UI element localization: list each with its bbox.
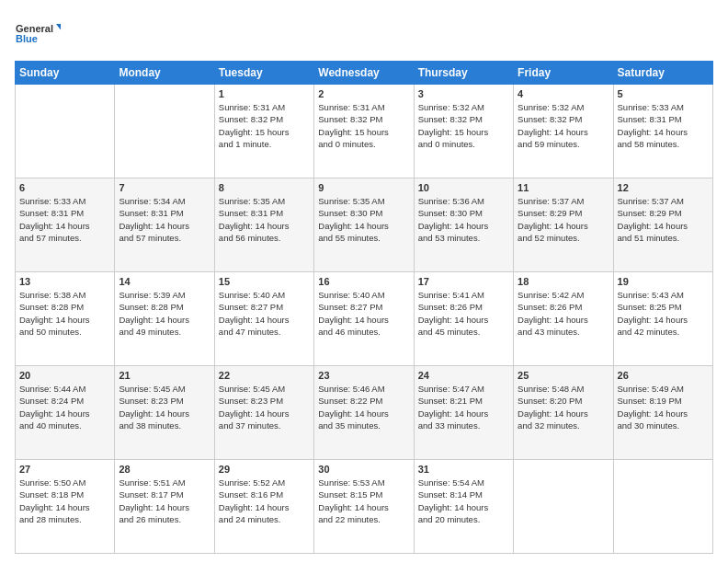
day-cell-11: 11Sunrise: 5:37 AM Sunset: 8:29 PM Dayli… [514,178,613,272]
day-number-3: 3 [418,88,509,99]
day-info-25: Sunrise: 5:48 AM Sunset: 8:20 PM Dayligh… [518,383,609,431]
day-number-25: 25 [518,370,609,381]
weekday-sunday: Sunday [16,62,115,85]
day-number-10: 10 [418,182,509,193]
day-number-12: 12 [618,182,709,193]
day-cell-25: 25Sunrise: 5:48 AM Sunset: 8:20 PM Dayli… [514,366,613,460]
day-number-19: 19 [618,276,709,287]
day-cell-7: 7Sunrise: 5:34 AM Sunset: 8:31 PM Daylig… [115,178,214,272]
week-row-5: 27Sunrise: 5:50 AM Sunset: 8:18 PM Dayli… [16,460,713,554]
logo-svg: General Blue [15,15,61,52]
day-cell-14: 14Sunrise: 5:39 AM Sunset: 8:28 PM Dayli… [115,272,214,366]
day-info-15: Sunrise: 5:40 AM Sunset: 8:27 PM Dayligh… [219,289,310,338]
weekday-monday: Monday [115,62,214,85]
weekday-saturday: Saturday [613,62,712,85]
day-info-16: Sunrise: 5:40 AM Sunset: 8:27 PM Dayligh… [318,289,409,338]
day-cell-23: 23Sunrise: 5:46 AM Sunset: 8:22 PM Dayli… [314,366,414,460]
day-info-10: Sunrise: 5:36 AM Sunset: 8:30 PM Dayligh… [418,195,509,244]
day-number-24: 24 [418,370,509,381]
day-cell-18: 18Sunrise: 5:42 AM Sunset: 8:26 PM Dayli… [514,272,613,366]
day-info-22: Sunrise: 5:45 AM Sunset: 8:23 PM Dayligh… [219,383,310,431]
day-info-29: Sunrise: 5:52 AM Sunset: 8:16 PM Dayligh… [219,477,310,525]
day-cell-12: 12Sunrise: 5:37 AM Sunset: 8:29 PM Dayli… [613,178,712,272]
day-info-18: Sunrise: 5:42 AM Sunset: 8:26 PM Dayligh… [518,289,609,338]
day-info-27: Sunrise: 5:50 AM Sunset: 8:18 PM Dayligh… [19,477,110,525]
day-number-28: 28 [119,464,210,475]
weekday-wednesday: Wednesday [314,62,414,85]
day-number-18: 18 [518,276,609,287]
weekday-header-row: SundayMondayTuesdayWednesdayThursdayFrid… [16,62,713,85]
day-cell-20: 20Sunrise: 5:44 AM Sunset: 8:24 PM Dayli… [16,366,115,460]
svg-text:Blue: Blue [16,33,38,44]
day-info-26: Sunrise: 5:49 AM Sunset: 8:19 PM Dayligh… [618,383,709,431]
day-info-6: Sunrise: 5:33 AM Sunset: 8:31 PM Dayligh… [19,195,110,244]
empty-cell [613,460,712,554]
day-info-17: Sunrise: 5:41 AM Sunset: 8:26 PM Dayligh… [418,289,509,338]
day-number-26: 26 [618,370,709,381]
day-cell-6: 6Sunrise: 5:33 AM Sunset: 8:31 PM Daylig… [16,178,115,272]
day-number-5: 5 [618,88,709,99]
day-number-9: 9 [318,182,409,193]
day-info-7: Sunrise: 5:34 AM Sunset: 8:31 PM Dayligh… [119,195,210,244]
day-number-20: 20 [19,370,110,381]
page: General Blue SundayMondayTuesdayWednesda… [0,0,728,563]
weekday-tuesday: Tuesday [214,62,313,85]
day-cell-1: 1Sunrise: 5:31 AM Sunset: 8:32 PM Daylig… [214,85,313,178]
day-cell-8: 8Sunrise: 5:35 AM Sunset: 8:31 PM Daylig… [214,178,313,272]
day-cell-29: 29Sunrise: 5:52 AM Sunset: 8:16 PM Dayli… [214,460,313,554]
day-info-11: Sunrise: 5:37 AM Sunset: 8:29 PM Dayligh… [518,195,609,244]
week-row-2: 6Sunrise: 5:33 AM Sunset: 8:31 PM Daylig… [16,178,713,272]
day-info-19: Sunrise: 5:43 AM Sunset: 8:25 PM Dayligh… [618,289,709,338]
day-info-3: Sunrise: 5:32 AM Sunset: 8:32 PM Dayligh… [418,101,509,150]
day-number-13: 13 [19,276,110,287]
empty-cell [514,460,613,554]
day-cell-28: 28Sunrise: 5:51 AM Sunset: 8:17 PM Dayli… [115,460,214,554]
day-cell-19: 19Sunrise: 5:43 AM Sunset: 8:25 PM Dayli… [613,272,712,366]
svg-text:General: General [16,23,53,34]
day-cell-30: 30Sunrise: 5:53 AM Sunset: 8:15 PM Dayli… [314,460,414,554]
day-info-12: Sunrise: 5:37 AM Sunset: 8:29 PM Dayligh… [618,195,709,244]
header: General Blue [15,15,713,52]
day-info-20: Sunrise: 5:44 AM Sunset: 8:24 PM Dayligh… [19,383,110,431]
weekday-thursday: Thursday [414,62,513,85]
day-number-6: 6 [19,182,110,193]
day-cell-24: 24Sunrise: 5:47 AM Sunset: 8:21 PM Dayli… [414,366,513,460]
week-row-4: 20Sunrise: 5:44 AM Sunset: 8:24 PM Dayli… [16,366,713,460]
day-number-23: 23 [318,370,409,381]
day-info-13: Sunrise: 5:38 AM Sunset: 8:28 PM Dayligh… [19,289,110,338]
week-row-3: 13Sunrise: 5:38 AM Sunset: 8:28 PM Dayli… [16,272,713,366]
day-number-21: 21 [119,370,210,381]
day-cell-15: 15Sunrise: 5:40 AM Sunset: 8:27 PM Dayli… [214,272,313,366]
day-number-14: 14 [119,276,210,287]
day-cell-9: 9Sunrise: 5:35 AM Sunset: 8:30 PM Daylig… [314,178,414,272]
day-number-11: 11 [518,182,609,193]
day-cell-26: 26Sunrise: 5:49 AM Sunset: 8:19 PM Dayli… [613,366,712,460]
day-cell-3: 3Sunrise: 5:32 AM Sunset: 8:32 PM Daylig… [414,85,513,178]
day-number-30: 30 [318,464,409,475]
day-number-4: 4 [518,88,609,99]
day-info-4: Sunrise: 5:32 AM Sunset: 8:32 PM Dayligh… [518,101,609,150]
day-cell-10: 10Sunrise: 5:36 AM Sunset: 8:30 PM Dayli… [414,178,513,272]
day-cell-17: 17Sunrise: 5:41 AM Sunset: 8:26 PM Dayli… [414,272,513,366]
day-number-17: 17 [418,276,509,287]
day-cell-4: 4Sunrise: 5:32 AM Sunset: 8:32 PM Daylig… [514,85,613,178]
day-number-2: 2 [318,88,409,99]
day-number-1: 1 [219,88,310,99]
empty-cell [16,85,115,178]
day-info-1: Sunrise: 5:31 AM Sunset: 8:32 PM Dayligh… [219,101,310,150]
day-info-23: Sunrise: 5:46 AM Sunset: 8:22 PM Dayligh… [318,383,409,431]
day-info-21: Sunrise: 5:45 AM Sunset: 8:23 PM Dayligh… [119,383,210,431]
day-info-31: Sunrise: 5:54 AM Sunset: 8:14 PM Dayligh… [418,477,509,525]
day-number-22: 22 [219,370,310,381]
logo: General Blue [15,15,61,52]
day-info-28: Sunrise: 5:51 AM Sunset: 8:17 PM Dayligh… [119,477,210,525]
day-info-24: Sunrise: 5:47 AM Sunset: 8:21 PM Dayligh… [418,383,509,431]
day-number-31: 31 [418,464,509,475]
empty-cell [115,85,214,178]
weekday-friday: Friday [514,62,613,85]
day-number-8: 8 [219,182,310,193]
day-info-30: Sunrise: 5:53 AM Sunset: 8:15 PM Dayligh… [318,477,409,525]
day-cell-22: 22Sunrise: 5:45 AM Sunset: 8:23 PM Dayli… [214,366,313,460]
day-cell-31: 31Sunrise: 5:54 AM Sunset: 8:14 PM Dayli… [414,460,513,554]
day-number-15: 15 [219,276,310,287]
